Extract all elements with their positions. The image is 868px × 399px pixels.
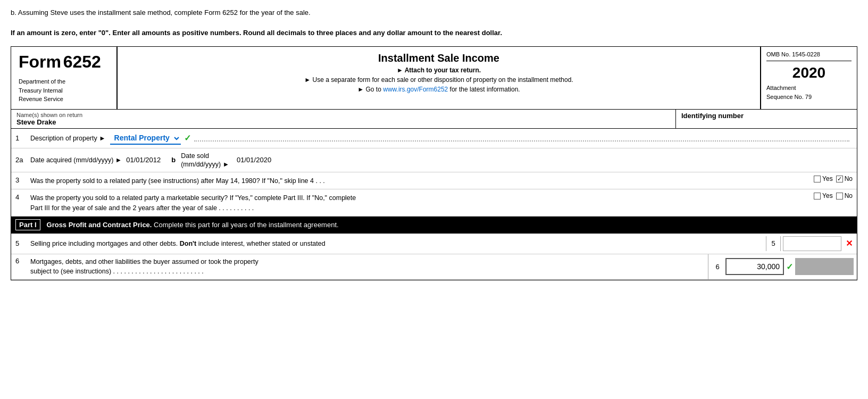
line-6-check-icon: ✓	[786, 262, 793, 272]
line-1-check: ✓	[184, 133, 191, 143]
line-4-number: 4	[15, 192, 30, 201]
line-2b-label: b	[171, 156, 176, 164]
line-6-row: 6 Mortgages, debts, and other liabilitie…	[11, 254, 857, 280]
line-3-no-label: No	[845, 175, 853, 182]
line-6-text-area: 6 Mortgages, debts, and other liabilitie…	[11, 254, 708, 280]
intro-line2: If an amount is zero, enter "0". Enter a…	[11, 29, 857, 37]
omb-number: OMB No. 1545-0228	[766, 51, 852, 61]
line-2b-text: Date sold (mm/dd/yyyy) ►	[181, 152, 229, 169]
line-6-gray-box	[795, 258, 854, 275]
tax-year: 2020	[766, 64, 852, 81]
line-6-answer: 6 ✓	[708, 254, 857, 280]
line-5-text: Selling price including mortgages and ot…	[30, 240, 766, 247]
line-4-row: 4 Was the property you sold to a related…	[11, 189, 857, 217]
name-cell: Name(s) shown on return Steve Drake	[11, 110, 676, 128]
form-6252: Form 6252 Department of the Treasury Int…	[11, 46, 857, 280]
part-1-label: Part I	[15, 219, 40, 230]
line-2a-value: 01/01/2012	[126, 156, 161, 164]
line-2a-label: Date acquired (mm/dd/yyyy) ►	[30, 156, 122, 164]
line-5-row: 5 Selling price including mortgages and …	[11, 234, 857, 254]
line-1-label: Description of property ►	[30, 135, 106, 142]
line-2b-group: b Date sold (mm/dd/yyyy) ► 01/01/2020	[171, 152, 271, 169]
line-3-no-checkbox[interactable]	[836, 176, 843, 182]
name-label: Name(s) shown on return	[16, 112, 670, 118]
part-1-header: Part I Gross Profit and Contract Price. …	[11, 217, 857, 234]
line-1-row: 1 Description of property ► Rental Prope…	[11, 129, 857, 148]
line-4-yes-label: Yes	[822, 192, 833, 200]
form-header-right: OMB No. 1545-0228 2020 Attachment Sequen…	[761, 47, 857, 109]
line-6-input[interactable]	[725, 258, 784, 275]
form-sub3: ► Go to www.irs.gov/Form6252 for the lat…	[125, 86, 753, 93]
part-1-title: Gross Profit and Contract Price. Complet…	[47, 221, 339, 229]
line-6-box-number: 6	[712, 263, 723, 271]
id-cell: Identifying number	[676, 110, 857, 128]
line-4-no[interactable]: No	[836, 192, 853, 200]
taxpayer-name: Steve Drake	[16, 118, 670, 126]
line-1-dots	[194, 140, 849, 142]
line-3-yes-checkbox[interactable]	[814, 176, 821, 182]
line-5-x-icon[interactable]: ✕	[846, 238, 853, 248]
line-4-text: Was the property you sold to a related p…	[30, 192, 808, 213]
line-1-number: 1	[15, 134, 30, 142]
line-2a-number: 2a	[15, 156, 30, 164]
id-label: Identifying number	[681, 112, 852, 120]
dept-text: Department of the Treasury Internal Reve…	[19, 77, 109, 104]
line-4-yes[interactable]: Yes	[814, 192, 833, 200]
dept-line3: Revenue Service	[19, 95, 109, 104]
property-description-dropdown[interactable]: Rental Property	[110, 132, 181, 145]
line-4-no-checkbox[interactable]	[836, 193, 843, 200]
form-number-value: 6252	[63, 52, 101, 71]
line-6-text: Mortgages, debts, and other liabilities …	[30, 257, 258, 277]
form-header-left: Form 6252 Department of the Treasury Int…	[11, 47, 118, 109]
line-4-yes-checkbox[interactable]	[814, 193, 821, 200]
line-5-input[interactable]	[783, 236, 841, 251]
form-header: Form 6252 Department of the Treasury Int…	[11, 47, 857, 110]
form-label: Form	[19, 52, 61, 71]
form-header-center: Installment Sale Income ► Attach to your…	[118, 47, 761, 109]
intro-line1: b. Assuming Steve uses the installment s…	[11, 9, 857, 16]
line-3-answer: Yes No	[814, 175, 853, 182]
line-5-number: 5	[15, 239, 30, 247]
line-5-answer: 5 ✕	[766, 236, 853, 251]
line-5-box-number: 5	[766, 236, 781, 251]
line-3-yes[interactable]: Yes	[814, 175, 833, 182]
dept-line2: Treasury Internal	[19, 86, 109, 95]
form-number-label: Form 6252	[19, 52, 109, 72]
line-3-text: Was the property sold to a related party…	[30, 175, 808, 186]
line-3-row: 3 Was the property sold to a related par…	[11, 172, 857, 189]
line-4-answer: Yes No	[814, 192, 853, 200]
line-1-answer: Rental Property ✓	[110, 132, 191, 145]
name-id-row: Name(s) shown on return Steve Drake Iden…	[11, 110, 857, 129]
line-4-no-label: No	[845, 192, 853, 200]
line-6-content: 6 Mortgages, debts, and other liabilitie…	[15, 257, 704, 277]
form-sub2: ► Use a separate form for each sale or o…	[125, 76, 753, 84]
line-3-no[interactable]: No	[836, 175, 853, 182]
attachment-text: Attachment Sequence No. 79	[766, 84, 852, 101]
line-2-row: 2a Date acquired (mm/dd/yyyy) ► 01/01/20…	[11, 148, 857, 173]
dept-line1: Department of the	[19, 77, 109, 86]
form-sub1: ► Attach to your tax return.	[125, 66, 753, 74]
line-3-yes-label: Yes	[822, 175, 833, 182]
line-6-number: 6	[15, 257, 30, 265]
line-3-number: 3	[15, 175, 30, 184]
irs-link[interactable]: www.irs.gov/Form6252	[383, 86, 448, 93]
form-title: Installment Sale Income	[125, 52, 753, 64]
line-2b-value: 01/01/2020	[237, 156, 271, 164]
